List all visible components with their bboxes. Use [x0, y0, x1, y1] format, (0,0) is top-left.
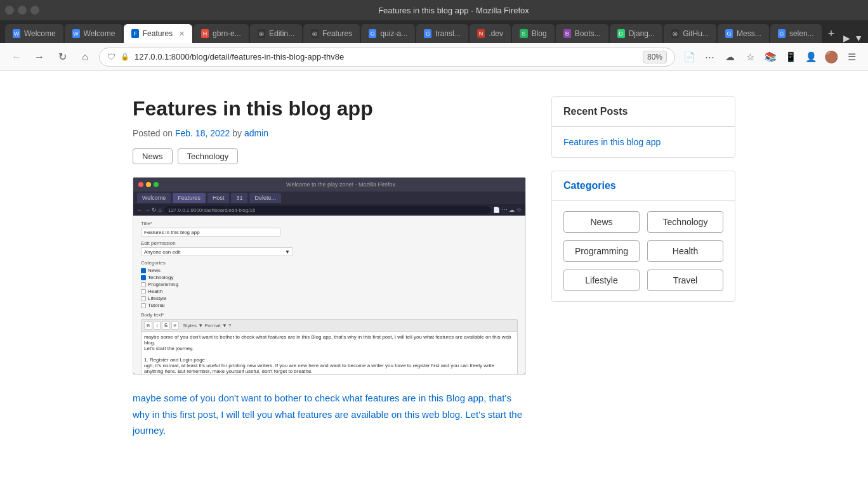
tab-blog[interactable]: S Blog — [512, 24, 555, 43]
tab-transl[interactable]: G transl... — [416, 24, 468, 43]
screenshot-tab-2: Features — [173, 193, 206, 203]
home-button[interactable]: ⌂ — [76, 48, 94, 66]
tab-welcome-2[interactable]: W Welcome — [65, 24, 123, 43]
screenshot-titlebar: Welcome to the play zone! - Mozilla Fire… — [133, 178, 525, 192]
screenshot-tab-4: 31 — [231, 193, 247, 203]
post-screenshot: Welcome to the play zone! - Mozilla Fire… — [133, 177, 526, 375]
post-body-text: maybe some of you don't want to bother t… — [133, 393, 522, 436]
post-date-link[interactable]: Feb. 18, 2022 — [175, 128, 230, 138]
screenshot-title-label: Title* — [141, 221, 518, 226]
screenshot-title: Welcome to the play zone! - Mozilla Fire… — [286, 181, 395, 188]
screenshot-permission-select: Anyone can edit ▼ — [141, 247, 293, 256]
screenshot-cat-programming-label: Programming — [148, 282, 178, 287]
category-technology-button[interactable]: Technology — [647, 211, 723, 233]
back-button[interactable]: ← — [8, 48, 25, 66]
tab-favicon: D — [617, 29, 625, 38]
screenshot-max-dot — [154, 182, 159, 187]
tab-label: Editin... — [269, 29, 294, 38]
post-meta: Posted on Feb. 18, 2022 by admin — [133, 128, 526, 138]
tag-news-button[interactable]: News — [133, 148, 173, 164]
screenshot-cat-news-label: News — [148, 268, 161, 273]
category-news-button[interactable]: News — [563, 211, 640, 233]
category-lifestyle-button[interactable]: Lifestyle — [563, 269, 640, 291]
main-content: Features in this blog app Posted on Feb.… — [133, 96, 526, 462]
bookmark-button[interactable]: ☆ — [741, 48, 759, 66]
reader-mode-button[interactable]: 📄 — [680, 48, 698, 66]
tab-label: .dev — [489, 29, 503, 38]
sidebar: Recent Posts Features in this blog app C… — [551, 96, 735, 462]
tab-close-icon[interactable]: ✕ — [179, 30, 185, 38]
tab-welcome-1[interactable]: W Welcome — [5, 24, 63, 43]
screenshot-cb-news — [141, 268, 146, 273]
screenshot-editor-toolbar: B I S̶ ≡ Styles ▼ Format ▼ ? — [141, 319, 518, 332]
screenshot-cat-programming: Programming — [141, 282, 518, 287]
tab-favicon: W — [13, 29, 20, 38]
new-tab-button[interactable]: + — [823, 27, 840, 41]
screenshot-inner: Welcome to the play zone! - Mozilla Fire… — [133, 178, 525, 374]
refresh-button[interactable]: ↻ — [53, 48, 71, 66]
screenshot-address-bar: 127.0.0.1:8000/dashboard/edit-blog/16 — [164, 206, 491, 214]
tag-technology-button[interactable]: Technology — [178, 148, 239, 164]
by-label: by — [230, 128, 244, 138]
profile-button[interactable]: 👤 — [802, 48, 820, 66]
recent-post-link-1[interactable]: Features in this blog app — [563, 137, 723, 147]
tab-dev[interactable]: N .dev — [470, 24, 511, 43]
tab-list-button[interactable]: ▼ — [854, 33, 863, 43]
forward-button[interactable]: → — [30, 48, 48, 66]
screenshot-cat-news: News — [141, 268, 518, 273]
author-name: admin — [244, 128, 268, 138]
close-button[interactable]: ✕ — [5, 6, 14, 15]
tab-django[interactable]: D Djang... — [610, 24, 662, 43]
tab-github[interactable]: ◎ GitHu... — [664, 24, 716, 43]
screenshot-cb-health — [141, 289, 146, 294]
screenshot-min-dot — [146, 182, 151, 187]
category-health-button[interactable]: Health — [647, 240, 723, 262]
screenshot-body: Title* Features in this blog app Edit pe… — [133, 216, 525, 374]
tab-quiz[interactable]: G quiz-a... — [361, 24, 415, 43]
synced-tabs-button[interactable]: 📱 — [782, 48, 799, 66]
tab-gbrn[interactable]: H gbrn-e... — [194, 24, 249, 43]
post-title: Features in this blog app — [133, 96, 526, 120]
maximize-button[interactable]: □ — [30, 6, 39, 15]
screenshot-nav-arrows: ← → ↻ ⌂ — [137, 207, 162, 213]
post-body: maybe some of you don't want to bother t… — [133, 390, 526, 439]
screenshot-cat-technology: Technology — [141, 275, 518, 280]
window-controls: ✕ − □ — [5, 6, 39, 15]
tab-label: Features — [322, 29, 352, 38]
tab-bootstrap[interactable]: B Boots... — [556, 24, 608, 43]
recent-posts-section: Recent Posts Features in this blog app — [551, 96, 735, 158]
window-title: Features in this blog app - Mozilla Fire… — [44, 6, 863, 15]
tab-bar: W Welcome W Welcome F Features ✕ H gbrn-… — [0, 20, 868, 43]
tab-favicon: ◎ — [311, 29, 319, 38]
screenshot-cat-health-label: Health — [148, 289, 162, 294]
screenshot-title-input: Features in this blog app — [141, 228, 280, 237]
tab-label: quiz-a... — [380, 29, 407, 38]
url-input[interactable] — [135, 52, 638, 62]
pocket-button[interactable]: ☁ — [721, 48, 739, 66]
screenshot-permission-value: Anyone can edit — [144, 249, 180, 255]
categories-section: Categories News Technology Programming H… — [551, 171, 735, 302]
tab-features-active[interactable]: F Features ✕ — [124, 24, 192, 43]
category-travel-button[interactable]: Travel — [647, 269, 723, 291]
library-button[interactable]: 📚 — [761, 48, 779, 66]
tab-favicon: H — [201, 29, 209, 38]
nav-actions: 📄 ⋯ ☁ ☆ 📚 📱 👤 🟤 ☰ — [680, 48, 860, 66]
tab-label: GitHu... — [683, 29, 709, 38]
tab-selen[interactable]: G selen... — [770, 24, 822, 43]
tab-features2[interactable]: ◎ Features — [303, 24, 360, 43]
screenshot-cb-lifestyle — [141, 296, 146, 301]
screenshot-cb-technology — [141, 275, 146, 280]
author-link[interactable]: admin — [244, 128, 268, 138]
avatar-button[interactable]: 🟤 — [822, 48, 840, 66]
tab-favicon: N — [477, 29, 485, 38]
tab-editing[interactable]: ◎ Editin... — [250, 24, 302, 43]
posted-on-label: Posted on — [133, 128, 175, 138]
zoom-level[interactable]: 80% — [643, 51, 667, 63]
more-button[interactable]: ⋯ — [700, 48, 718, 66]
menu-button[interactable]: ☰ — [843, 48, 860, 66]
categories-title: Categories — [552, 171, 735, 201]
tab-scroll-right[interactable]: ▶ — [843, 33, 850, 43]
minimize-button[interactable]: − — [18, 6, 27, 15]
tab-mess[interactable]: G Mess... — [718, 24, 769, 43]
category-programming-button[interactable]: Programming — [563, 240, 640, 262]
